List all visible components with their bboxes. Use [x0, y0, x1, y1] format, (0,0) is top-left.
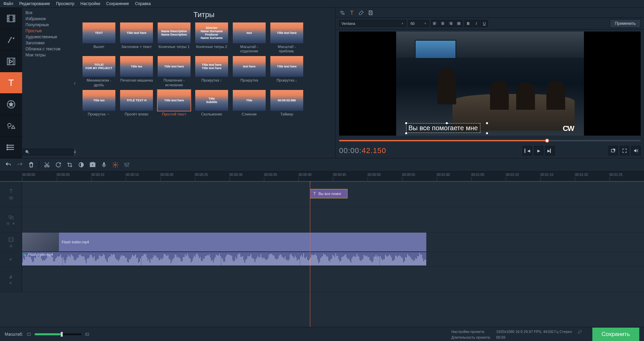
title-preset-tile[interactable]: Title text hereПростой текст	[158, 90, 191, 121]
font-family-select[interactable]: Verdana▼	[339, 20, 406, 27]
zoom-fit-icon[interactable]	[85, 332, 90, 337]
bold-button[interactable]: B	[465, 20, 472, 27]
underline-button[interactable]: U	[481, 20, 488, 27]
title-preset-tile[interactable]: 00:00:02:986Таймер	[270, 90, 303, 121]
save-button[interactable]: Сохранить	[592, 328, 639, 341]
undo-button[interactable]	[3, 160, 13, 170]
snapshot-button[interactable]	[88, 160, 98, 170]
mute-icon[interactable]	[9, 257, 13, 261]
title-preset-tile[interactable]: Title text hereЗаголовок + текст	[120, 22, 153, 53]
menu-file[interactable]: Файл	[3, 1, 13, 6]
menu-edit[interactable]: Редактирование	[19, 1, 50, 6]
visibility-icon[interactable]	[6, 222, 10, 226]
visibility-icon[interactable]	[9, 244, 13, 248]
tile-label: Конечные титры 2	[196, 45, 227, 53]
category-item[interactable]: Художественные	[22, 34, 72, 40]
title-track[interactable]: Вы все помог	[0, 182, 644, 207]
category-item[interactable]: Облачка с текстом	[22, 46, 72, 52]
video-clip[interactable]: Flash trailer.mp4	[22, 233, 426, 251]
preview-viewport[interactable]: Вы все помогаете мне CW	[339, 32, 641, 136]
title-preset-tile[interactable]: Name Description Name DescriptionКонечны…	[158, 22, 191, 53]
redo-button[interactable]	[15, 160, 25, 170]
crop-button[interactable]	[65, 160, 75, 170]
music-track[interactable]	[0, 267, 644, 292]
title-preset-tile[interactable]: TITLE/ FOR MY PROJECTМинимализм - дробь	[83, 56, 115, 87]
font-size-select[interactable]: 60▼	[408, 20, 429, 27]
menu-help[interactable]: Справка	[135, 1, 151, 6]
title-preset-tile[interactable]: Title texПрокрутка ←	[83, 90, 115, 121]
svg-point-4	[7, 145, 8, 146]
title-preset-tile[interactable]: TITLE TEXT HПролёт влево	[120, 90, 153, 121]
title-preset-tile[interactable]: Title text hereМасштаб - приближ.	[270, 22, 303, 53]
title-preset-tile[interactable]: Title texПечатная машинка	[120, 56, 153, 87]
edit-settings-icon[interactable]	[578, 329, 582, 334]
record-audio-button[interactable]	[99, 160, 109, 170]
volume-button[interactable]	[631, 146, 641, 155]
visibility-icon[interactable]	[9, 196, 13, 200]
category-search-input[interactable]	[23, 149, 74, 155]
menu-save[interactable]: Сохранение	[106, 1, 129, 6]
clip-properties-icon[interactable]	[339, 9, 346, 16]
vtab-media[interactable]	[0, 8, 22, 29]
title-preset-tile[interactable]: TEXTВылет	[83, 22, 115, 53]
zoom-slider[interactable]	[35, 333, 82, 335]
menu-view[interactable]: Просмотр	[56, 1, 74, 6]
title-preset-tile[interactable]: Title text hereПрокрутка ↓	[270, 56, 303, 87]
panel-title: Титры	[72, 8, 335, 20]
title-overlay-text[interactable]: Вы все помогаете мне	[406, 123, 480, 133]
preview-scrubber[interactable]	[339, 138, 641, 143]
title-preset-tile[interactable]: Director Name Surname Producer Name Surn…	[195, 22, 228, 53]
vtab-titles[interactable]	[0, 72, 22, 94]
overlay-track[interactable]	[0, 207, 644, 233]
category-item[interactable]: Все	[22, 10, 72, 16]
title-preset-tile[interactable]: TitleСлияние	[233, 90, 266, 121]
text-properties-icon[interactable]	[348, 9, 355, 16]
save-preset-icon[interactable]	[367, 9, 374, 16]
vtab-filters[interactable]	[0, 29, 22, 51]
color-properties-icon[interactable]	[358, 9, 365, 16]
svg-point-6	[7, 149, 8, 150]
align-left-button[interactable]	[431, 20, 438, 27]
mute-icon[interactable]	[12, 222, 16, 226]
audio-clip[interactable]: ★ Flash trailer.mp4	[22, 252, 426, 265]
next-frame-button[interactable]: ▶▎	[545, 146, 555, 155]
mute-icon[interactable]	[9, 281, 13, 285]
align-center-button[interactable]	[439, 20, 446, 27]
equalizer-button[interactable]	[122, 160, 132, 170]
clip-properties-button[interactable]	[110, 160, 120, 170]
align-justify-button[interactable]	[455, 20, 463, 27]
fullscreen-button[interactable]	[620, 146, 629, 155]
title-preset-tile[interactable]: Title SubtitleСкольжение	[195, 90, 228, 121]
title-preset-tile[interactable]: Title text here Title text hereПрокрутка…	[195, 56, 228, 87]
play-button[interactable]: ▶	[534, 146, 543, 155]
vtab-shapes[interactable]	[0, 115, 22, 137]
title-preset-tile[interactable]: text hereПрокрутка	[233, 56, 266, 87]
timeline-ruler[interactable]: 00:00:0000:00:0500:00:1000:00:1500:00:20…	[0, 172, 644, 182]
rotate-button[interactable]	[53, 160, 63, 170]
menu-settings[interactable]: Настройки	[80, 1, 100, 6]
apply-button[interactable]: Применить	[610, 19, 641, 28]
prev-frame-button[interactable]: ▎◀	[523, 146, 532, 155]
category-item[interactable]: Простые	[22, 28, 72, 34]
detach-preview-button[interactable]	[608, 146, 618, 155]
title-preset-tile[interactable]: textМасштаб - отдаление	[233, 22, 266, 53]
cut-button[interactable]	[42, 160, 52, 170]
category-item[interactable]: Мои титры	[22, 52, 72, 58]
zoom-out-icon[interactable]	[26, 332, 31, 337]
category-item[interactable]: Заголовки	[22, 40, 72, 46]
title-clip[interactable]: Вы все помог	[310, 189, 347, 198]
svg-rect-9	[370, 11, 372, 12]
audio-track[interactable]: ★ Flash trailer.mp4	[0, 252, 644, 267]
delete-button[interactable]	[26, 160, 36, 170]
watermark-logo: CW	[563, 124, 574, 133]
color-adjust-button[interactable]	[76, 160, 86, 170]
align-right-button[interactable]	[447, 20, 454, 27]
vtab-more[interactable]	[0, 137, 22, 158]
vtab-stickers[interactable]	[0, 94, 22, 115]
vtab-transitions[interactable]	[0, 51, 22, 72]
category-item[interactable]: Популярные	[22, 22, 72, 28]
italic-button[interactable]: I	[473, 20, 480, 27]
title-preset-tile[interactable]: Title text hereПоявление - исчезание	[158, 56, 191, 87]
category-item[interactable]: Избранное	[22, 16, 72, 22]
video-track[interactable]: Flash trailer.mp4	[0, 233, 644, 252]
